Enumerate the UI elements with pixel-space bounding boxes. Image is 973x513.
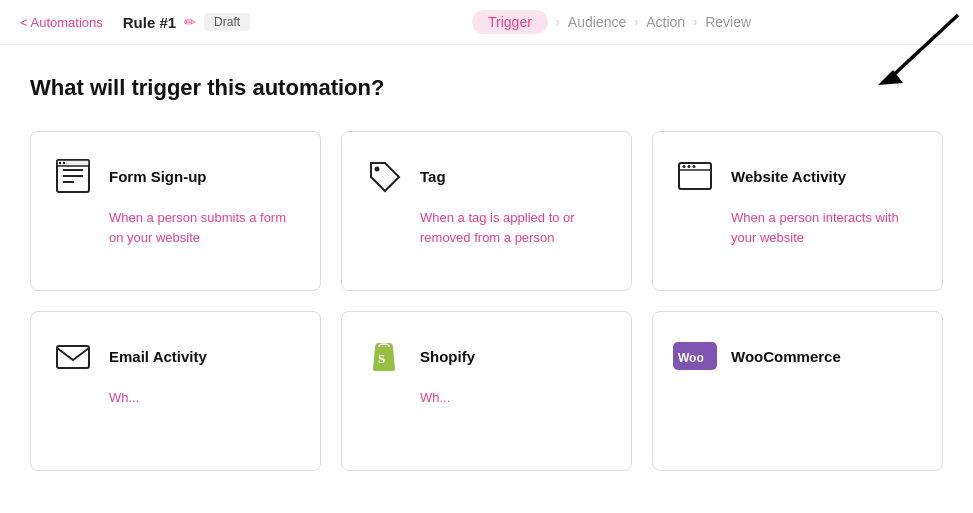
svg-rect-15: [57, 346, 89, 368]
card-header: Woo WooCommerce: [673, 334, 922, 378]
shopify-title: Shopify: [420, 348, 475, 365]
step-trigger[interactable]: Trigger: [472, 10, 548, 34]
svg-text:Woo: Woo: [678, 351, 704, 365]
shopify-description: Wh...: [362, 388, 611, 408]
card-woocommerce[interactable]: Woo WooCommerce: [652, 311, 943, 471]
draft-badge: Draft: [204, 13, 250, 31]
card-header: Form Sign-up: [51, 154, 300, 198]
card-header: S Shopify: [362, 334, 611, 378]
step-arrow-1: ›: [556, 15, 560, 29]
steps-nav: Trigger › Audience › Action › Review: [270, 10, 953, 34]
woocommerce-icon: Woo: [673, 334, 717, 378]
card-header: Website Activity: [673, 154, 922, 198]
card-form-signup[interactable]: Form Sign-up When a person submits a for…: [30, 131, 321, 291]
step-arrow-2: ›: [634, 15, 638, 29]
shopify-icon: S: [362, 334, 406, 378]
tag-icon: [362, 154, 406, 198]
card-header: Email Activity: [51, 334, 300, 378]
step-action[interactable]: Action: [646, 14, 685, 30]
cards-grid: Form Sign-up When a person submits a for…: [30, 131, 943, 471]
svg-point-9: [375, 167, 380, 172]
tag-description: When a tag is applied to or removed from…: [362, 208, 611, 247]
svg-point-12: [683, 165, 686, 168]
website-activity-title: Website Activity: [731, 168, 846, 185]
step-arrow-3: ›: [693, 15, 697, 29]
form-signup-description: When a person submits a form on your web…: [51, 208, 300, 247]
form-signup-title: Form Sign-up: [109, 168, 207, 185]
step-review[interactable]: Review: [705, 14, 751, 30]
email-activity-description: Wh...: [51, 388, 300, 408]
svg-point-7: [59, 162, 61, 164]
rule-info: Rule #1 ✏ Draft: [123, 13, 250, 31]
card-shopify[interactable]: S Shopify Wh...: [341, 311, 632, 471]
top-bar: < Automations Rule #1 ✏ Draft Trigger › …: [0, 0, 973, 45]
website-activity-icon: [673, 154, 717, 198]
tag-title: Tag: [420, 168, 446, 185]
email-activity-title: Email Activity: [109, 348, 207, 365]
step-audience[interactable]: Audience: [568, 14, 626, 30]
rule-title: Rule #1: [123, 14, 176, 31]
woocommerce-title: WooCommerce: [731, 348, 841, 365]
main-content: What will trigger this automation? Form: [0, 45, 973, 491]
svg-rect-6: [57, 160, 89, 166]
card-website-activity[interactable]: Website Activity When a person interacts…: [652, 131, 943, 291]
card-email-activity[interactable]: Email Activity Wh...: [30, 311, 321, 471]
svg-text:S: S: [378, 351, 385, 366]
card-tag[interactable]: Tag When a tag is applied to or removed …: [341, 131, 632, 291]
form-signup-icon: [51, 154, 95, 198]
email-activity-icon: [51, 334, 95, 378]
website-activity-description: When a person interacts with your websit…: [673, 208, 922, 247]
back-link[interactable]: < Automations: [20, 15, 103, 30]
svg-point-14: [693, 165, 696, 168]
svg-point-8: [63, 162, 65, 164]
card-header: Tag: [362, 154, 611, 198]
svg-point-13: [688, 165, 691, 168]
edit-icon[interactable]: ✏: [184, 14, 196, 30]
page-heading: What will trigger this automation?: [30, 75, 943, 101]
